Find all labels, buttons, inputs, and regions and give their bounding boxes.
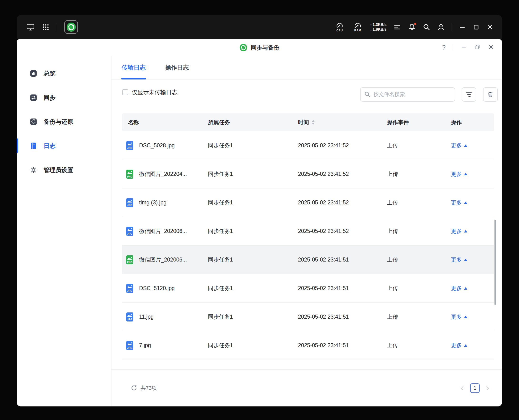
tab-operation-log[interactable]: 操作日志: [165, 56, 189, 79]
next-page-button[interactable]: [484, 385, 491, 391]
taskbar-separator: [57, 23, 57, 31]
task-name: 同步任务1: [208, 142, 298, 149]
task-name: 同步任务1: [208, 170, 298, 178]
sidebar-item-overview[interactable]: 总览: [17, 65, 111, 82]
caret-up-icon: [464, 287, 467, 290]
refresh-icon[interactable]: [131, 384, 137, 391]
global-search-icon[interactable]: [423, 23, 430, 31]
delete-logs-button[interactable]: [483, 87, 498, 102]
backup-restore-icon: [30, 118, 37, 125]
table-row[interactable]: JPG 11.jpg 同步任务1 2025-05-02 23:41:51 上传 …: [122, 303, 494, 331]
table-row[interactable]: JPG timg (3).jpg 同步任务1 2025-05-02 23:41:…: [122, 188, 494, 217]
user-account-icon[interactable]: [437, 23, 445, 31]
cpu-label: CPU: [336, 29, 343, 32]
help-icon[interactable]: ?: [442, 44, 446, 51]
sidebar-item-admin-settings[interactable]: 管理员设置: [17, 161, 111, 179]
file-name: 11.jpg: [139, 314, 154, 320]
more-button[interactable]: 更多: [451, 256, 467, 263]
file-type-icon: JPG: [126, 312, 133, 322]
more-button[interactable]: 更多: [451, 142, 467, 149]
title-bar: 同步与备份 ?: [17, 39, 502, 56]
file-type-icon: JPG: [126, 227, 133, 236]
page-number[interactable]: 1: [470, 383, 480, 393]
operation-event: 上传: [385, 227, 451, 235]
sync-backup-app-taskbar-icon[interactable]: [64, 20, 78, 34]
table-scrollbar[interactable]: [495, 220, 496, 305]
table-row[interactable]: PNG 微信图片_202204... 同步任务1 2025-05-02 23:4…: [122, 160, 494, 188]
column-header-time: 时间: [298, 119, 385, 126]
task-name: 同步任务1: [208, 285, 298, 292]
more-button[interactable]: 更多: [451, 227, 467, 235]
sidebar-item-sync[interactable]: 同步: [17, 89, 111, 106]
table-row[interactable]: JPG DSC_5028.jpg 同步任务1 2025-05-02 23:41:…: [122, 131, 494, 160]
apps-grid-icon[interactable]: [42, 23, 50, 31]
table-row[interactable]: PNG 微信图片_202006... 同步任务1 2025-05-02 23:4…: [122, 246, 494, 274]
operation-event: 上传: [385, 170, 451, 178]
sidebar-item-logs[interactable]: 日志: [17, 137, 111, 154]
sidebar: 总览 同步: [17, 56, 111, 406]
caret-up-icon: [464, 230, 467, 232]
file-type-icon: PNG: [126, 170, 133, 179]
sort-icon[interactable]: [312, 120, 315, 125]
prev-page-button[interactable]: [459, 385, 465, 391]
toolbar: 仅显示未传输日志: [111, 80, 502, 113]
search-box: [360, 87, 455, 102]
filter-button[interactable]: [462, 87, 476, 102]
cpu-monitor[interactable]: CPU: [334, 22, 345, 32]
main-content: 传输日志 操作日志 仅显示未传输日志: [111, 56, 502, 406]
sidebar-item-label: 管理员设置: [44, 166, 73, 174]
table-row[interactable]: JPG 微信图片_202006... 同步任务1 2025-05-02 23:4…: [122, 217, 494, 246]
system-close-icon[interactable]: [486, 23, 494, 31]
ram-monitor[interactable]: RAM: [352, 22, 364, 32]
file-type-icon: JPG: [126, 284, 133, 293]
table-rows: JPG DSC_5028.jpg 同步任务1 2025-05-02 23:41:…: [122, 131, 494, 360]
table-row[interactable]: JPG 7.jpg 同步任务1 2025-05-02 23:41:51 上传 更…: [122, 331, 494, 360]
sidebar-item-label: 同步: [44, 94, 55, 102]
desktop-icon[interactable]: [26, 23, 35, 31]
window-minimize-icon[interactable]: [460, 44, 467, 51]
filter-icon: [465, 91, 473, 98]
task-name: 同步任务1: [208, 256, 298, 263]
caret-up-icon: [464, 316, 467, 318]
caret-up-icon: [464, 259, 467, 261]
window-close-icon[interactable]: [488, 44, 494, 51]
network-speed: ↑1.3KB/s ↓1.9KB/s: [370, 22, 387, 32]
log-icon: [30, 142, 37, 150]
system-maximize-icon[interactable]: [473, 23, 480, 31]
task-queue-icon[interactable]: [393, 23, 401, 31]
search-icon: [364, 91, 371, 98]
sync-backup-window: 同步与备份 ?: [17, 39, 502, 406]
file-name: DSC_5028.jpg: [139, 142, 175, 149]
only-untransferred-checkbox[interactable]: [122, 89, 128, 95]
column-header-name: 名称: [122, 119, 208, 126]
more-button[interactable]: 更多: [451, 313, 467, 321]
more-button[interactable]: 更多: [451, 342, 467, 349]
operation-event: 上传: [385, 342, 451, 349]
tab-transfer-log[interactable]: 传输日志: [122, 56, 146, 79]
sidebar-item-backup-restore[interactable]: 备份与还原: [17, 113, 111, 130]
download-arrow-icon: ↓: [370, 27, 372, 32]
download-speed: 1.9KB/s: [372, 27, 387, 32]
search-input[interactable]: [360, 87, 455, 102]
more-button[interactable]: 更多: [451, 285, 467, 292]
more-button[interactable]: 更多: [451, 199, 467, 206]
sync-icon: [30, 94, 37, 101]
operation-event: 上传: [385, 256, 451, 263]
more-button[interactable]: 更多: [451, 170, 467, 178]
caret-up-icon: [464, 144, 467, 147]
system-minimize-icon[interactable]: [459, 23, 466, 31]
ram-label: RAM: [354, 29, 361, 32]
caret-up-icon: [464, 173, 467, 175]
file-type-icon: PNG: [126, 255, 133, 264]
file-name: 微信图片_202006...: [139, 256, 187, 263]
table-row[interactable]: JPG DSC_5120.jpg 同步任务1 2025-05-02 23:41:…: [122, 274, 494, 303]
file-type-icon: JPG: [126, 341, 133, 350]
window-restore-icon[interactable]: [474, 44, 480, 51]
column-header-task: 所属任务: [208, 119, 298, 126]
file-type-icon: JPG: [126, 141, 133, 150]
file-name: DSC_5120.jpg: [139, 285, 175, 292]
sidebar-item-label: 总览: [44, 69, 55, 77]
controls-separator: [453, 44, 453, 51]
notifications-bell-icon[interactable]: [408, 23, 416, 31]
window-title: 同步与备份: [251, 44, 279, 51]
